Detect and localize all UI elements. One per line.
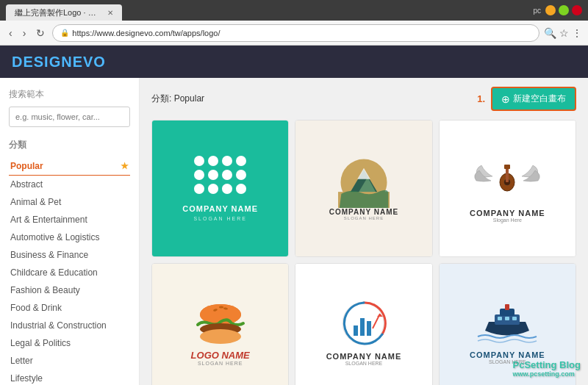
category-item-lifestyle[interactable]: Lifestyle xyxy=(9,370,130,385)
app: DESIGNEVO 搜索範本 分類 Popular★AbstractAnimal… xyxy=(0,46,588,385)
main-header: 分類: Popular 1. ⊕ 新建空白畫布 xyxy=(151,87,576,111)
category-item-legal-&-politics[interactable]: Legal & Politics xyxy=(9,334,130,352)
step-number: 1. xyxy=(477,93,485,104)
category-item-business-&-finance[interactable]: Business & Finance xyxy=(9,246,130,264)
url-bar[interactable]: 🔒 https://www.designevo.com/tw/apps/logo… xyxy=(52,24,539,42)
dot-grid xyxy=(194,156,246,194)
address-bar: ‹ › ↻ 🔒 https://www.designevo.com/tw/app… xyxy=(0,21,588,46)
category-item-automotive-&-logistics[interactable]: Automotive & Logistics xyxy=(9,229,130,246)
search-section-title: 搜索範本 xyxy=(9,88,130,101)
app-logo: DESIGNEVO xyxy=(12,54,106,71)
svg-rect-18 xyxy=(360,318,365,336)
logo-card-4[interactable]: LOGO NAME SLOGAN HERE xyxy=(151,263,289,385)
logo-card-5[interactable]: COMPANY NAME SLOGAN HERE xyxy=(295,263,432,385)
main-wrapper: 分類: Popular 1. ⊕ 新建空白畫布 xyxy=(140,78,588,385)
tab-bar: 繼上完善製作Logo · 忍 × ✕ xyxy=(6,0,533,21)
category-name: Popular xyxy=(174,93,204,104)
maximize-button[interactable] xyxy=(559,5,569,15)
new-canvas-button[interactable]: ⊕ 新建空白畫布 xyxy=(491,87,576,111)
category-item-popular[interactable]: Popular★ xyxy=(9,157,130,176)
search-icon-btn[interactable]: 🔍 xyxy=(544,27,556,39)
search-input[interactable] xyxy=(9,107,130,127)
nav-icons: 🔍 ☆ ⋮ xyxy=(544,27,582,39)
logo-grid: COMPANY NAME SLOGAN HERE xyxy=(151,120,576,385)
logo-evo: EVO xyxy=(73,54,106,70)
forward-button[interactable]: › xyxy=(20,26,29,40)
chart-svg xyxy=(334,298,393,349)
url-text: https://www.designevo.com/tw/apps/logo/ xyxy=(72,29,220,37)
svg-point-13 xyxy=(219,306,223,308)
logo-card-2[interactable]: COMPANY NAME SLOGAN HERE xyxy=(295,120,432,257)
category-item-industrial-&-construction[interactable]: Industrial & Construction xyxy=(9,317,130,334)
card6-company-name: COMPANY NAME xyxy=(470,350,545,359)
watermark-line1: PcSetting Blog xyxy=(513,359,581,370)
svg-rect-24 xyxy=(498,317,502,320)
back-button[interactable]: ‹ xyxy=(6,26,15,40)
card3-slogan: Slogan Here xyxy=(493,217,522,223)
sidebar: 搜索範本 分類 Popular★AbstractAnimal & PetArt … xyxy=(0,78,140,385)
tab-title: 繼上完善製作Logo · 忍 × xyxy=(15,7,103,18)
new-canvas-label: 新建空白畫布 xyxy=(513,93,566,105)
card5-slogan: SLOGAN HERE xyxy=(345,361,383,366)
logo-card-1[interactable]: COMPANY NAME SLOGAN HERE xyxy=(151,120,289,257)
category-item-childcare-&-education[interactable]: Childcare & Education xyxy=(9,264,130,281)
plus-circle-icon: ⊕ xyxy=(501,93,510,105)
svg-rect-26 xyxy=(512,317,517,320)
svg-rect-8 xyxy=(504,165,510,169)
svg-rect-27 xyxy=(505,304,509,310)
burger-svg xyxy=(187,298,254,350)
card2-company-name: COMPANY NAME xyxy=(329,208,398,216)
card1-slogan: SLOGAN HERE xyxy=(193,216,247,221)
category-section-title: 分類 xyxy=(9,139,130,151)
logo-design: DESIGN xyxy=(12,54,73,70)
active-tab[interactable]: 繼上完善製作Logo · 忍 × ✕ xyxy=(6,4,122,21)
app-body: 搜索範本 分類 Popular★AbstractAnimal & PetArt … xyxy=(0,78,588,385)
bookmark-icon-btn[interactable]: ☆ xyxy=(559,27,569,39)
app-header: DESIGNEVO xyxy=(0,46,588,78)
ship-svg xyxy=(474,300,540,348)
title-bar: 繼上完善製作Logo · 忍 × ✕ pc xyxy=(0,0,588,21)
minimize-button[interactable] xyxy=(545,5,556,15)
pc-label: pc xyxy=(533,7,541,15)
svg-rect-7 xyxy=(506,168,509,182)
close-button[interactable] xyxy=(572,5,582,15)
svg-rect-19 xyxy=(367,321,371,336)
lock-icon: 🔒 xyxy=(60,29,69,37)
category-item-food-&-drink[interactable]: Food & Drink xyxy=(9,299,130,317)
mountain-svg xyxy=(338,156,390,208)
watermark-line2: www.pcsetting.com xyxy=(513,370,581,378)
tab-close-icon[interactable]: ✕ xyxy=(107,9,113,17)
card2-slogan: SLOGAN HERE xyxy=(344,216,384,220)
card1-company-name: COMPANY NAME xyxy=(182,204,258,213)
main-content: 分類: Popular 1. ⊕ 新建空白畫布 xyxy=(140,78,588,385)
logo-card-3[interactable]: COMPANY NAME Slogan Here xyxy=(439,120,576,257)
svg-rect-17 xyxy=(354,325,358,336)
category-list: Popular★AbstractAnimal & PetArt & Entert… xyxy=(9,157,130,385)
card5-company-name: COMPANY NAME xyxy=(326,352,402,361)
category-item-art-&-entertainment[interactable]: Art & Entertainment xyxy=(9,211,130,229)
refresh-button[interactable]: ↻ xyxy=(33,26,48,40)
guitar-wings-svg xyxy=(470,154,544,206)
watermark: PcSetting Blog www.pcsetting.com xyxy=(513,359,581,378)
svg-rect-25 xyxy=(505,317,509,320)
category-prefix: 分類: xyxy=(151,93,171,104)
category-item-letter[interactable]: Letter xyxy=(9,352,130,370)
window-controls xyxy=(545,5,582,15)
card4-logo-name: LOGO NAME xyxy=(191,350,250,361)
card4-slogan: SLOGAN HERE xyxy=(198,361,243,366)
menu-icon-btn[interactable]: ⋮ xyxy=(572,27,582,39)
category-item-animal-&-pet[interactable]: Animal & Pet xyxy=(9,193,130,211)
card3-company-name: COMPANY NAME xyxy=(470,209,545,217)
category-item-fashion-&-beauty[interactable]: Fashion & Beauty xyxy=(9,281,130,299)
svg-point-15 xyxy=(200,329,241,344)
category-label: 分類: Popular xyxy=(151,93,204,105)
category-item-abstract[interactable]: Abstract xyxy=(9,176,130,193)
